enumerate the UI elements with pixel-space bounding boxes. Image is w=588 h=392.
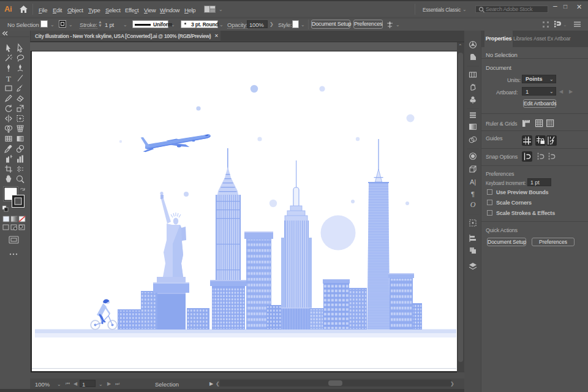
- svg-text:O: O: [470, 200, 476, 209]
- svg-text:¶: ¶: [471, 190, 475, 198]
- svg-text:T: T: [6, 74, 11, 83]
- svg-text:A|: A|: [470, 178, 476, 186]
